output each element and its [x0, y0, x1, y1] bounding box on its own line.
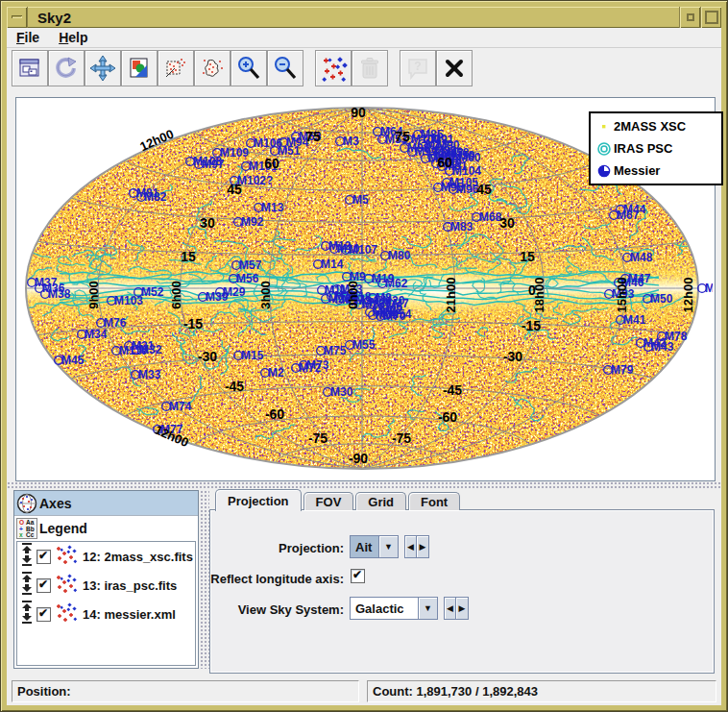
svg-text:-15: -15 — [183, 316, 203, 331]
reorder-updown-icon[interactable] — [20, 543, 34, 570]
svg-text:?: ? — [414, 60, 421, 73]
layer-list: 12: 2mass_xsc.fits13: iras_psc.fits14: m… — [16, 541, 196, 666]
scatter-plot-button[interactable] — [315, 50, 352, 86]
title-bar[interactable]: Sky2 — [7, 7, 721, 28]
count-field: Count: 1,891,730 / 1,892,843 — [367, 680, 716, 702]
menu-bar: FileHelp — [7, 28, 721, 48]
projection-next-button[interactable]: ▶ — [417, 535, 429, 558]
vertical-splitter[interactable] — [200, 490, 209, 669]
delete-button[interactable] — [352, 50, 388, 86]
svg-text:15: 15 — [520, 249, 535, 264]
zoom-out-button[interactable] — [267, 50, 303, 86]
svg-text:M29: M29 — [223, 285, 246, 299]
svg-text:M2: M2 — [268, 366, 284, 380]
sky-system-combobox[interactable]: Galactic ▼ — [350, 597, 438, 620]
map-panel: M81M82M108M97M109M106M101M51M102?M63M94M… — [15, 97, 716, 481]
svg-text:M30: M30 — [330, 385, 353, 399]
svg-text:M109: M109 — [220, 146, 249, 160]
svg-text:21h00: 21h00 — [444, 278, 458, 313]
maximize-icon — [705, 11, 718, 24]
axes-globe-icon — [14, 493, 39, 514]
svg-text:x: x — [19, 531, 23, 538]
layer-visibility-checkbox[interactable] — [36, 607, 51, 622]
layer-row[interactable]: 12: 2mass_xsc.fits — [17, 542, 195, 571]
reorder-updown-icon[interactable] — [20, 572, 34, 599]
display-windows-button[interactable] — [12, 50, 48, 86]
projection-combobox[interactable]: Ait ▼ — [350, 535, 399, 558]
maximize-button[interactable] — [700, 7, 721, 28]
projection-prev-button[interactable]: ◀ — [404, 535, 417, 558]
svg-text:0h00: 0h00 — [346, 281, 360, 309]
svg-text:M47: M47 — [628, 272, 651, 285]
legend-item-label: Messier — [614, 163, 660, 178]
svg-text:M38: M38 — [48, 287, 71, 301]
svg-text:45: 45 — [227, 182, 242, 197]
menu-file[interactable]: File — [7, 30, 49, 45]
svg-text:M1: M1 — [705, 282, 713, 295]
svg-text:-30: -30 — [198, 349, 217, 364]
tab-fov[interactable]: FOV — [303, 492, 354, 510]
layers-panel-item-axes[interactable]: Axes — [14, 491, 198, 516]
svg-text:M32: M32 — [139, 343, 162, 356]
svg-text:-75: -75 — [308, 430, 328, 446]
layer-visibility-checkbox[interactable] — [36, 578, 51, 593]
svg-text:12h00: 12h00 — [681, 278, 695, 313]
svg-text:M50: M50 — [650, 292, 673, 306]
svg-text:M79: M79 — [611, 363, 634, 377]
zoom-in-button[interactable] — [231, 50, 267, 86]
rings-marker-icon — [595, 141, 614, 157]
pan-button[interactable] — [85, 50, 121, 86]
svg-text:15h00: 15h00 — [615, 278, 629, 313]
sky-system-stepper: ◀ ▶ — [444, 597, 469, 620]
sky-system-prev-button[interactable]: ◀ — [444, 597, 456, 620]
select-rectangle-button[interactable] — [158, 50, 194, 86]
tab-font[interactable]: Font — [408, 492, 460, 510]
svg-text:M75: M75 — [324, 344, 347, 357]
legend-abc-icon: OAa+BbxCc — [14, 518, 39, 539]
window-menu-icon — [12, 15, 22, 18]
svg-text:15: 15 — [181, 249, 196, 264]
legend-label: Legend — [39, 521, 87, 536]
svg-text:M73: M73 — [306, 358, 329, 372]
svg-text:M15: M15 — [241, 349, 264, 362]
help-button[interactable]: ? — [400, 50, 436, 86]
layer-name: 12: 2mass_xsc.fits — [83, 550, 193, 564]
select-region-button[interactable] — [194, 50, 231, 86]
svg-text:M34: M34 — [85, 328, 108, 341]
tab-grid[interactable]: Grid — [355, 492, 406, 510]
svg-text:18h00: 18h00 — [532, 278, 546, 313]
tab-projection[interactable]: Projection — [215, 489, 302, 511]
reflect-checkbox[interactable] — [351, 569, 365, 583]
svg-text:30: 30 — [200, 215, 215, 231]
close-button[interactable] — [436, 50, 473, 86]
layer-row[interactable]: 14: messier.xml — [17, 600, 195, 628]
layer-name: 13: iras_psc.fits — [83, 578, 177, 593]
svg-text:30: 30 — [499, 215, 515, 231]
svg-text:60: 60 — [264, 156, 279, 171]
svg-text:M107: M107 — [349, 243, 377, 257]
svg-text:M68: M68 — [479, 210, 502, 224]
reorder-updown-icon[interactable] — [20, 601, 34, 627]
svg-text:M102?: M102? — [237, 174, 273, 187]
svg-text:-45: -45 — [225, 379, 244, 394]
layer-row[interactable]: 13: iras_psc.fits — [17, 571, 195, 600]
svg-text:M83: M83 — [450, 220, 473, 233]
minimize-button[interactable] — [679, 7, 700, 28]
layers-panel-item-legend[interactable]: OAa+BbxCc Legend — [14, 516, 198, 540]
combo-dropdown-icon[interactable]: ▼ — [378, 536, 398, 557]
image-view-button[interactable] — [121, 50, 158, 86]
layer-visibility-checkbox[interactable] — [36, 550, 51, 564]
svg-text:-30: -30 — [503, 349, 522, 364]
svg-text:Cc: Cc — [26, 531, 35, 538]
svg-text:-75: -75 — [392, 430, 411, 446]
menu-help[interactable]: Help — [49, 30, 97, 45]
layer-name: 14: messier.xml — [83, 607, 176, 622]
svg-text:M74: M74 — [169, 400, 192, 413]
sky-system-next-button[interactable]: ▶ — [456, 597, 469, 620]
svg-text:M13: M13 — [261, 201, 284, 214]
svg-text:45: 45 — [476, 182, 492, 197]
settings-panel: ProjectionFOVGridFont Projection: Ait ▼ … — [209, 488, 715, 674]
window-menu-button[interactable] — [7, 7, 28, 28]
refresh-button[interactable] — [48, 50, 85, 86]
combo-dropdown-icon[interactable]: ▼ — [418, 598, 437, 619]
